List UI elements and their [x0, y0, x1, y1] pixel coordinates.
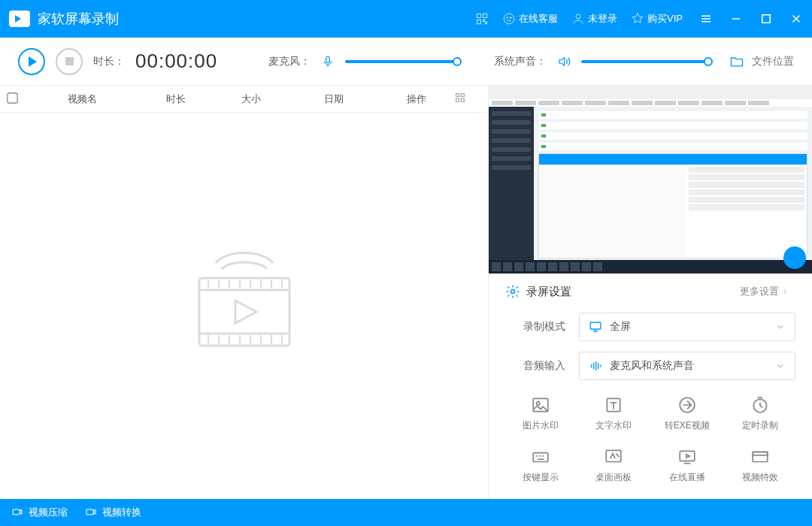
monitor-icon: [589, 320, 602, 334]
svg-rect-21: [199, 278, 289, 346]
tool-video-effect[interactable]: 视频特效: [726, 443, 796, 488]
svg-point-50: [536, 402, 539, 405]
svg-point-5: [504, 14, 514, 24]
tool-key-display[interactable]: 按键显示: [505, 443, 576, 488]
svg-marker-71: [20, 510, 22, 514]
title-bar: 家软屏幕录制 在线客服 未登录 购买VIP: [0, 0, 812, 38]
gear-icon: [505, 284, 520, 299]
audio-input-select[interactable]: 麦克风和系统声音: [579, 352, 795, 380]
qr-icon[interactable]: [475, 12, 489, 26]
effect-icon: [750, 447, 770, 467]
svg-marker-73: [93, 510, 95, 514]
duration-label: 时长：: [93, 55, 125, 68]
svg-rect-3: [483, 20, 485, 22]
chevron-down-icon: [775, 361, 786, 371]
stop-button[interactable]: [56, 48, 83, 75]
svg-rect-4: [486, 23, 487, 24]
film-placeholder-icon: [184, 248, 304, 364]
record-mode-select[interactable]: 全屏: [579, 313, 795, 341]
text-icon: [604, 395, 623, 415]
svg-rect-41: [590, 322, 601, 329]
svg-rect-1: [483, 14, 487, 17]
svg-point-6: [507, 17, 508, 19]
video-convert-button[interactable]: 视频转换: [84, 506, 141, 519]
recordings-panel: 视频名 时长 大小 日期 操作: [0, 86, 489, 499]
record-mode-label: 录制模式: [505, 320, 565, 334]
audio-input-label: 音频输入: [505, 359, 565, 373]
buy-vip-label: 购买VIP: [647, 12, 683, 26]
settings-panel: 录屏设置 更多设置 录制模式 全屏 音频输入 麦克风和系统声音: [489, 274, 812, 499]
svg-point-7: [511, 17, 512, 19]
login-label: 未登录: [588, 12, 617, 26]
svg-rect-2: [477, 20, 480, 24]
grid-view-icon[interactable]: [454, 92, 466, 106]
svg-rect-20: [461, 98, 464, 101]
th-duration[interactable]: 时长: [138, 92, 214, 106]
footer: 视频压缩 视频转换: [0, 499, 812, 526]
speaker-icon[interactable]: [557, 55, 571, 68]
svg-rect-0: [477, 14, 480, 17]
chevron-right-icon: [780, 287, 789, 296]
image-icon: [531, 395, 550, 415]
app-title: 家软屏幕录制: [38, 10, 119, 28]
more-settings-button[interactable]: 更多设置: [740, 285, 795, 298]
table-header: 视频名 时长 大小 日期 操作: [0, 86, 488, 113]
th-size[interactable]: 大小: [214, 92, 289, 106]
audio-waves-icon: [589, 359, 602, 373]
svg-rect-70: [13, 509, 20, 515]
tool-to-exe[interactable]: 转EXE视频: [652, 391, 723, 437]
video-compress-button[interactable]: 视频压缩: [11, 506, 68, 519]
th-date[interactable]: 日期: [289, 92, 379, 106]
svg-line-57: [760, 406, 762, 407]
svg-rect-72: [86, 509, 93, 515]
th-operation: 操作: [379, 92, 454, 106]
svg-rect-65: [680, 451, 695, 461]
file-location-button[interactable]: 文件位置: [728, 54, 794, 69]
app-logo-icon: [9, 11, 30, 27]
speaker-volume-slider[interactable]: [581, 60, 709, 63]
speaker-label: 系统声音：: [494, 55, 547, 68]
svg-rect-68: [753, 452, 768, 462]
svg-rect-16: [326, 56, 330, 62]
maximize-icon[interactable]: [759, 12, 773, 26]
svg-point-40: [511, 290, 515, 294]
svg-marker-66: [686, 455, 689, 458]
tool-scheduled[interactable]: 定时录制: [726, 391, 796, 437]
empty-list-placeholder: [0, 113, 488, 499]
mic-label: 麦克风：: [268, 55, 311, 68]
audio-input-value: 麦克风和系统声音: [610, 359, 775, 373]
svg-rect-69: [753, 452, 768, 455]
convert-icon: [677, 395, 697, 415]
svg-rect-18: [461, 94, 464, 97]
compress-icon: [11, 506, 24, 518]
stream-icon: [677, 447, 697, 467]
settings-title: 录屏设置: [526, 285, 571, 299]
buy-vip-button[interactable]: 购买VIP: [631, 12, 683, 26]
th-name[interactable]: 视频名: [26, 92, 138, 106]
record-button[interactable]: [18, 48, 45, 75]
keyboard-icon: [531, 447, 550, 467]
menu-icon[interactable]: [699, 12, 713, 26]
login-button[interactable]: 未登录: [571, 12, 617, 26]
microphone-icon[interactable]: [321, 55, 335, 68]
preview-area: [489, 86, 812, 274]
minimize-icon[interactable]: [729, 12, 743, 26]
file-location-label: 文件位置: [752, 55, 794, 68]
svg-rect-17: [456, 94, 459, 97]
close-icon[interactable]: [789, 12, 803, 26]
chevron-down-icon: [775, 322, 786, 332]
convert-icon: [84, 506, 98, 518]
record-mode-value: 全屏: [610, 320, 775, 334]
more-settings-label: 更多设置: [740, 285, 779, 298]
tool-drawing-board[interactable]: 桌面画板: [579, 443, 650, 488]
mic-volume-slider[interactable]: [345, 60, 458, 63]
select-all-checkbox[interactable]: [7, 92, 17, 103]
tool-image-watermark[interactable]: 图片水印: [505, 391, 576, 437]
customer-service-button[interactable]: 在线客服: [502, 12, 558, 26]
tool-text-watermark[interactable]: 文字水印: [579, 391, 650, 437]
tool-live-stream[interactable]: 在线直播: [652, 443, 723, 488]
duration-value: 00:00:00: [135, 50, 217, 73]
clock-icon: [750, 395, 770, 415]
toolbar: 时长： 00:00:00 麦克风： 系统声音： 文件位置: [0, 38, 812, 86]
svg-rect-19: [456, 98, 459, 101]
